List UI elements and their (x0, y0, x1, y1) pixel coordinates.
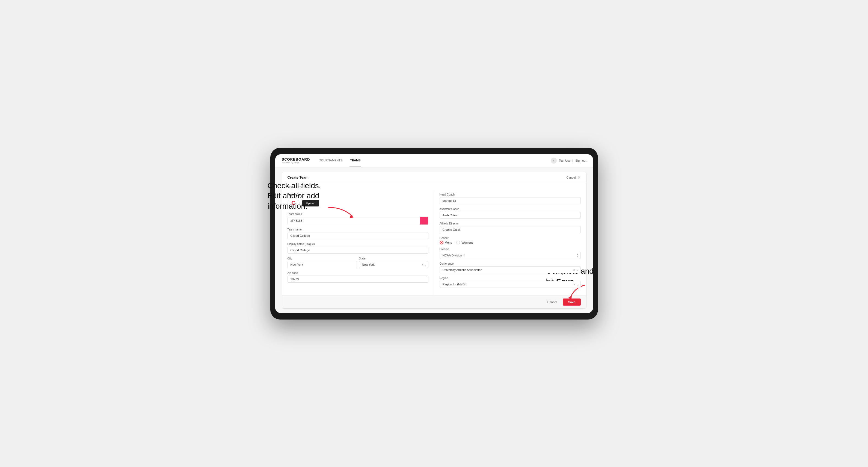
athletic-dir-input[interactable] (440, 226, 581, 233)
arrow-left-icon (325, 205, 358, 221)
form-header: Create Team Cancel ✕ (282, 172, 586, 183)
nav-right: T Test User | Sign out (551, 158, 587, 164)
head-coach-group: Head Coach (440, 193, 581, 204)
close-icon: ✕ (578, 175, 581, 180)
gender-group: Gender Mens Womens (440, 237, 581, 244)
gender-row: Mens Womens (440, 241, 581, 244)
display-name-label: Display name (unique) (287, 243, 428, 246)
svg-marker-1 (568, 296, 572, 300)
city-state-group: City State ✕ (287, 257, 428, 268)
city-input[interactable] (287, 261, 357, 268)
zip-code-group: Zip code (287, 272, 428, 283)
colour-swatch[interactable] (420, 217, 428, 225)
region-clear-icon[interactable]: ✕ (573, 283, 575, 286)
asst-coach-input[interactable] (440, 212, 581, 219)
annotation-left: Check all fields. Edit and/or add inform… (268, 181, 328, 211)
gender-womens-radio[interactable] (456, 241, 460, 244)
conference-input[interactable] (440, 266, 581, 273)
athletic-dir-group: Athletic Director (440, 222, 581, 233)
conference-icons: ✕ ⌄ (573, 268, 579, 271)
asst-coach-group: Assistant Coach (440, 208, 581, 219)
gender-mens-radio[interactable] (440, 241, 443, 244)
team-name-input[interactable] (287, 232, 428, 239)
region-input[interactable] (440, 281, 581, 288)
team-colour-group: Team colour (287, 213, 428, 225)
cancel-button[interactable]: Cancel (544, 299, 560, 305)
conference-clear-icon[interactable]: ✕ (573, 268, 575, 271)
state-label: State (359, 257, 428, 260)
city-field-group: City (287, 257, 357, 268)
conference-label: Conference (440, 262, 581, 265)
state-input[interactable] (359, 261, 428, 268)
nav-links: TOURNAMENTS TEAMS (319, 154, 551, 167)
team-name-label: Team name (287, 228, 428, 231)
city-label: City (287, 257, 357, 260)
form-title: Create Team (287, 175, 309, 180)
division-group: Division NCAA Division III ▲▼ (440, 248, 581, 259)
region-icons: ✕ ⌄ (573, 283, 579, 286)
team-name-group: Team name (287, 228, 428, 239)
colour-field-wrap (287, 217, 428, 225)
conference-chevron-icon[interactable]: ⌄ (577, 268, 579, 271)
display-name-input[interactable] (287, 247, 428, 254)
zip-label: Zip code (287, 272, 428, 275)
brand-subtitle: Powered by clippit (282, 161, 310, 164)
state-field-group: State ✕ ⌄ (359, 257, 428, 268)
division-select-wrap: NCAA Division III ▲▼ (440, 252, 581, 259)
gender-label: Gender (440, 237, 581, 240)
gender-womens-label: Womens (461, 241, 473, 244)
user-avatar: T (551, 158, 557, 164)
cancel-label: Cancel (566, 176, 576, 179)
gender-mens-label: Mens (445, 241, 452, 244)
athletic-dir-label: Athletic Director (440, 222, 581, 225)
state-chevron-icon[interactable]: ⌄ (424, 263, 426, 266)
tablet-screen: SCOREBOARD Powered by clippit TOURNAMENT… (275, 154, 593, 313)
state-select-wrap: ✕ ⌄ (359, 261, 428, 268)
head-coach-label: Head Coach (440, 193, 581, 196)
nav-link-tournaments[interactable]: TOURNAMENTS (319, 154, 343, 167)
gender-womens-option[interactable]: Womens (456, 241, 473, 244)
division-label: Division (440, 248, 581, 251)
division-select[interactable]: NCAA Division III (440, 252, 581, 259)
section-label: TEAM DETAILS (282, 183, 586, 190)
conference-select-wrap: ✕ ⌄ (440, 266, 581, 273)
sign-out-link[interactable]: Sign out (575, 159, 586, 162)
state-select-icons: ✕ ⌄ (421, 263, 426, 266)
tablet-frame: SCOREBOARD Powered by clippit TOURNAMENT… (270, 148, 598, 319)
nav-bar: SCOREBOARD Powered by clippit TOURNAMENT… (275, 154, 593, 167)
display-name-group: Display name (unique) (287, 243, 428, 254)
team-colour-label: Team colour (287, 213, 428, 216)
division-arrows-icon: ▲▼ (577, 253, 579, 257)
region-chevron-icon[interactable]: ⌄ (577, 283, 579, 286)
zip-input[interactable] (287, 276, 428, 283)
head-coach-input[interactable] (440, 197, 581, 204)
conference-group: Conference ✕ ⌄ (440, 262, 581, 273)
form-cancel-header-button[interactable]: Cancel ✕ (566, 175, 581, 180)
city-state-row: City State ✕ (287, 257, 428, 268)
user-label: Test User | (559, 159, 573, 162)
state-clear-icon[interactable]: ✕ (421, 263, 424, 266)
nav-link-teams[interactable]: TEAMS (349, 154, 361, 167)
form-footer: Cancel Save (282, 295, 586, 308)
region-select-wrap: ✕ ⌄ (440, 281, 581, 288)
brand: SCOREBOARD Powered by clippit (282, 157, 310, 164)
brand-title: SCOREBOARD (282, 157, 310, 161)
gender-mens-option[interactable]: Mens (440, 241, 452, 244)
asst-coach-label: Assistant Coach (440, 208, 581, 211)
